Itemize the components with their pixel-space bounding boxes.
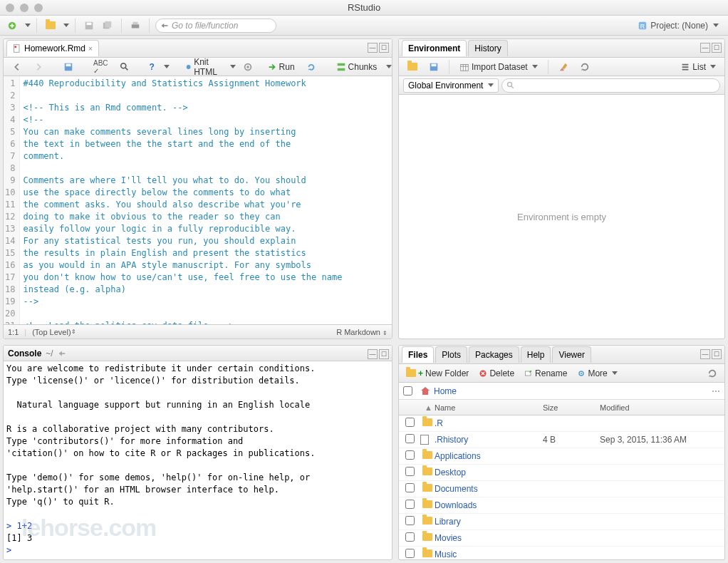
goto-file-input[interactable]: Go to file/function (155, 19, 276, 33)
env-tabs: Environment History — ☐ (399, 39, 724, 58)
new-file-dropdown-caret[interactable] (25, 24, 31, 27)
select-all-checkbox[interactable] (403, 386, 412, 396)
breadcrumb-more[interactable]: ⋯ (712, 386, 720, 396)
project-menu[interactable]: R Project: (None) (633, 19, 724, 33)
load-workspace-button[interactable] (403, 61, 422, 73)
file-checkbox[interactable] (405, 434, 415, 443)
file-checkbox[interactable] (405, 467, 415, 476)
save-button[interactable] (81, 18, 97, 33)
knit-button[interactable]: Knit HTML (181, 55, 225, 79)
minimize-env-button[interactable]: — (700, 43, 710, 53)
run-button[interactable]: Run (263, 60, 299, 74)
file-row[interactable]: Library (399, 514, 724, 530)
rerun-button[interactable] (302, 60, 321, 74)
maximize-pane-button[interactable]: ☐ (379, 43, 389, 53)
document-options-button[interactable] (239, 60, 257, 74)
file-checkbox[interactable] (405, 418, 415, 427)
clear-workspace-button[interactable] (554, 60, 573, 74)
col-name[interactable]: Name (435, 403, 455, 412)
file-name[interactable]: Downloads (435, 500, 543, 510)
more-button[interactable]: More (574, 367, 620, 380)
file-checkbox[interactable] (405, 500, 415, 509)
print-button[interactable] (128, 18, 143, 33)
search-icon (506, 81, 515, 90)
popout-icon[interactable] (56, 348, 66, 358)
maximize-files-button[interactable]: ☐ (712, 349, 722, 359)
rename-button[interactable]: Rename (521, 367, 570, 380)
file-name[interactable]: .Rhistory (435, 435, 543, 445)
svg-text:R: R (640, 22, 645, 29)
forward-button[interactable] (29, 60, 48, 74)
back-button[interactable] (8, 60, 26, 74)
file-row[interactable]: Applications (399, 448, 724, 465)
folder-icon (422, 484, 432, 492)
chunks-button[interactable]: Chunks (332, 60, 382, 74)
tab-files[interactable]: Files (402, 346, 434, 363)
tab-help[interactable]: Help (521, 346, 551, 363)
save-workspace-button[interactable] (425, 60, 443, 74)
col-modified[interactable]: Modified (600, 403, 724, 412)
file-row[interactable]: Movies (399, 530, 724, 547)
find-button[interactable] (115, 60, 134, 74)
file-name[interactable]: Desktop (435, 468, 543, 477)
file-row[interactable]: .R (399, 415, 724, 432)
file-row[interactable]: Documents (399, 481, 724, 497)
source-editor[interactable]: 123456789101112131415161718192021 #440 R… (4, 76, 392, 324)
breadcrumb-home[interactable]: Home (434, 386, 457, 396)
file-checkbox[interactable] (405, 450, 415, 460)
refresh-env-button[interactable] (576, 60, 594, 74)
code-content[interactable]: #440 Reproducibility and Statistics Assi… (20, 76, 345, 324)
source-tab-homework[interactable]: Homework.Rmd × (6, 40, 99, 56)
tab-viewer[interactable]: Viewer (552, 346, 591, 363)
folder-icon (422, 451, 432, 459)
file-name[interactable]: .R (435, 418, 543, 428)
spellcheck-button[interactable]: ABC✓ (89, 57, 113, 77)
file-checkbox[interactable] (405, 532, 415, 542)
file-checkbox[interactable] (405, 549, 415, 558)
tab-packages[interactable]: Packages (469, 346, 519, 363)
file-checkbox[interactable] (405, 483, 415, 492)
language-label[interactable]: R Markdown (336, 328, 383, 336)
col-size[interactable]: Size (543, 403, 600, 412)
home-icon[interactable] (420, 386, 431, 397)
list-icon (680, 62, 690, 72)
svg-rect-20 (432, 63, 437, 66)
file-checkbox[interactable] (405, 516, 415, 525)
file-row[interactable]: Music (399, 547, 724, 559)
maximize-console-button[interactable]: ☐ (379, 349, 389, 359)
env-search-input[interactable] (501, 78, 720, 93)
maximize-env-button[interactable]: ☐ (712, 43, 722, 53)
scope-label[interactable]: (Top Level) (32, 328, 71, 336)
save-source-button[interactable] (59, 60, 78, 74)
tab-history[interactable]: History (468, 40, 507, 56)
folder-icon (422, 500, 432, 508)
close-tab-icon[interactable]: × (88, 45, 93, 53)
minimize-files-button[interactable]: — (700, 349, 710, 359)
folder-icon (422, 533, 432, 541)
file-name[interactable]: Movies (435, 533, 543, 543)
minimize-pane-button[interactable]: — (368, 43, 378, 53)
file-row[interactable]: Desktop (399, 465, 724, 481)
file-row[interactable]: .Rhistory4 BSep 3, 2015, 11:36 AM (399, 432, 724, 448)
tab-environment[interactable]: Environment (402, 40, 467, 56)
import-dataset-button[interactable]: Import Dataset (455, 60, 542, 74)
file-name[interactable]: Documents (435, 484, 543, 494)
refresh-files-button[interactable] (704, 367, 720, 380)
open-file-button[interactable] (43, 18, 58, 33)
help-button[interactable]: ? (145, 60, 159, 74)
file-name[interactable]: Applications (435, 451, 543, 461)
recent-files-caret[interactable] (63, 24, 69, 27)
delete-button[interactable]: Delete (476, 367, 517, 380)
svg-point-14 (187, 65, 191, 69)
file-name[interactable]: Library (435, 517, 543, 527)
file-row[interactable]: Downloads (399, 497, 724, 514)
minimize-console-button[interactable]: — (368, 349, 378, 359)
new-folder-button[interactable]: +New Folder (403, 367, 472, 380)
tab-plots[interactable]: Plots (435, 346, 467, 363)
env-view-mode[interactable]: List (676, 60, 720, 74)
new-file-button[interactable] (4, 18, 20, 33)
env-scope-selector[interactable]: Global Environment (403, 78, 499, 93)
file-name[interactable]: Music (435, 549, 543, 559)
save-all-button[interactable] (100, 18, 115, 33)
folder-icon (422, 517, 432, 525)
